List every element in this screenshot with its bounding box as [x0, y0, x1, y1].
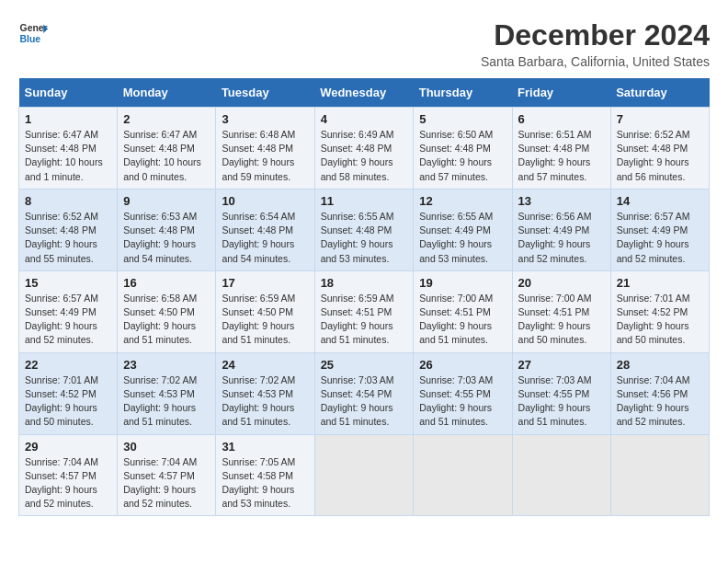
day-info: Sunrise: 6:49 AMSunset: 4:48 PMDaylight:… — [321, 129, 394, 182]
day-number: 26 — [419, 358, 506, 372]
day-info: Sunrise: 6:59 AMSunset: 4:50 PMDaylight:… — [222, 293, 295, 346]
calendar-cell: 16 Sunrise: 6:58 AMSunset: 4:50 PMDaylig… — [118, 270, 216, 352]
day-number: 18 — [321, 276, 408, 290]
calendar-cell — [610, 434, 709, 516]
day-info: Sunrise: 6:55 AMSunset: 4:49 PMDaylight:… — [419, 211, 493, 264]
day-info: Sunrise: 7:03 AMSunset: 4:55 PMDaylight:… — [419, 374, 493, 428]
day-number: 4 — [321, 112, 408, 126]
svg-text:Blue: Blue — [20, 34, 41, 44]
day-number: 12 — [419, 194, 506, 208]
day-number: 2 — [123, 112, 210, 126]
day-info: Sunrise: 6:52 AMSunset: 4:48 PMDaylight:… — [25, 211, 98, 264]
location: Santa Barbara, California, United States — [481, 54, 710, 69]
day-number: 25 — [321, 358, 408, 372]
day-number: 13 — [518, 194, 605, 208]
calendar-cell — [512, 434, 610, 516]
day-info: Sunrise: 7:01 AMSunset: 4:52 PMDaylight:… — [25, 374, 98, 428]
calendar-week-row: 22 Sunrise: 7:01 AMSunset: 4:52 PMDaylig… — [19, 352, 710, 434]
day-info: Sunrise: 6:58 AMSunset: 4:50 PMDaylight:… — [123, 293, 197, 346]
day-number: 28 — [617, 358, 703, 372]
calendar-cell — [314, 434, 414, 516]
calendar-cell: 20 Sunrise: 7:00 AMSunset: 4:51 PMDaylig… — [512, 270, 610, 352]
day-number: 23 — [123, 358, 210, 372]
day-number: 31 — [222, 440, 308, 454]
calendar-cell: 14 Sunrise: 6:57 AMSunset: 4:49 PMDaylig… — [610, 189, 709, 270]
day-number: 8 — [25, 194, 111, 208]
calendar-cell: 6 Sunrise: 6:51 AMSunset: 4:48 PMDayligh… — [512, 108, 610, 190]
calendar-cell: 15 Sunrise: 6:57 AMSunset: 4:49 PMDaylig… — [19, 270, 118, 352]
month-title: December 2024 — [481, 18, 710, 52]
day-info: Sunrise: 7:00 AMSunset: 4:51 PMDaylight:… — [518, 293, 592, 346]
calendar-cell — [414, 434, 512, 516]
day-info: Sunrise: 6:52 AMSunset: 4:48 PMDaylight:… — [617, 129, 690, 182]
calendar-cell: 9 Sunrise: 6:53 AMSunset: 4:48 PMDayligh… — [118, 189, 216, 270]
day-info: Sunrise: 7:03 AMSunset: 4:54 PMDaylight:… — [321, 374, 394, 428]
calendar-week-row: 8 Sunrise: 6:52 AMSunset: 4:48 PMDayligh… — [19, 189, 710, 270]
day-info: Sunrise: 6:57 AMSunset: 4:49 PMDaylight:… — [25, 293, 98, 346]
day-number: 14 — [617, 194, 703, 208]
day-number: 7 — [617, 112, 703, 126]
day-number: 1 — [25, 112, 111, 126]
day-number: 5 — [419, 112, 506, 126]
calendar-cell: 7 Sunrise: 6:52 AMSunset: 4:48 PMDayligh… — [610, 108, 709, 190]
logo: General Blue — [18, 18, 48, 48]
calendar-cell: 8 Sunrise: 6:52 AMSunset: 4:48 PMDayligh… — [19, 189, 118, 270]
day-number: 21 — [617, 276, 703, 290]
calendar-cell: 22 Sunrise: 7:01 AMSunset: 4:52 PMDaylig… — [19, 352, 118, 434]
day-info: Sunrise: 6:56 AMSunset: 4:49 PMDaylight:… — [518, 211, 592, 264]
calendar-week-row: 1 Sunrise: 6:47 AMSunset: 4:48 PMDayligh… — [19, 108, 710, 190]
day-number: 9 — [123, 194, 210, 208]
calendar-cell: 3 Sunrise: 6:48 AMSunset: 4:48 PMDayligh… — [216, 108, 314, 190]
calendar-cell: 23 Sunrise: 7:02 AMSunset: 4:53 PMDaylig… — [118, 352, 216, 434]
day-number: 27 — [518, 358, 605, 372]
day-header-monday: Monday — [118, 78, 216, 108]
day-header-friday: Friday — [512, 78, 610, 108]
calendar-cell: 13 Sunrise: 6:56 AMSunset: 4:49 PMDaylig… — [512, 189, 610, 270]
day-number: 17 — [222, 276, 308, 290]
logo-icon: General Blue — [18, 18, 48, 48]
day-info: Sunrise: 7:01 AMSunset: 4:52 PMDaylight:… — [617, 293, 690, 346]
day-info: Sunrise: 6:47 AMSunset: 4:48 PMDaylight:… — [25, 129, 103, 182]
day-info: Sunrise: 7:02 AMSunset: 4:53 PMDaylight:… — [123, 374, 197, 428]
day-info: Sunrise: 7:04 AMSunset: 4:57 PMDaylight:… — [25, 456, 98, 510]
day-header-tuesday: Tuesday — [216, 78, 314, 108]
day-info: Sunrise: 7:03 AMSunset: 4:55 PMDaylight:… — [518, 374, 592, 428]
calendar-cell: 31 Sunrise: 7:05 AMSunset: 4:58 PMDaylig… — [216, 434, 314, 516]
day-info: Sunrise: 7:05 AMSunset: 4:58 PMDaylight:… — [222, 456, 295, 510]
calendar-week-row: 15 Sunrise: 6:57 AMSunset: 4:49 PMDaylig… — [19, 270, 710, 352]
calendar-cell: 26 Sunrise: 7:03 AMSunset: 4:55 PMDaylig… — [414, 352, 512, 434]
page-header: General Blue December 2024 Santa Barbara… — [18, 18, 710, 69]
day-header-wednesday: Wednesday — [314, 78, 414, 108]
calendar-cell: 21 Sunrise: 7:01 AMSunset: 4:52 PMDaylig… — [610, 270, 709, 352]
day-info: Sunrise: 6:53 AMSunset: 4:48 PMDaylight:… — [123, 211, 197, 264]
calendar-cell: 24 Sunrise: 7:02 AMSunset: 4:53 PMDaylig… — [216, 352, 314, 434]
day-number: 20 — [518, 276, 605, 290]
calendar-cell: 27 Sunrise: 7:03 AMSunset: 4:55 PMDaylig… — [512, 352, 610, 434]
day-number: 15 — [25, 276, 111, 290]
day-number: 22 — [25, 358, 111, 372]
day-number: 3 — [222, 112, 308, 126]
calendar-cell: 11 Sunrise: 6:55 AMSunset: 4:48 PMDaylig… — [314, 189, 414, 270]
day-number: 19 — [419, 276, 506, 290]
day-info: Sunrise: 6:54 AMSunset: 4:48 PMDaylight:… — [222, 211, 295, 264]
day-info: Sunrise: 7:04 AMSunset: 4:56 PMDaylight:… — [617, 374, 690, 428]
day-number: 10 — [222, 194, 308, 208]
day-number: 24 — [222, 358, 308, 372]
day-info: Sunrise: 6:48 AMSunset: 4:48 PMDaylight:… — [222, 129, 295, 182]
calendar-cell: 5 Sunrise: 6:50 AMSunset: 4:48 PMDayligh… — [414, 108, 512, 190]
calendar-cell: 19 Sunrise: 7:00 AMSunset: 4:51 PMDaylig… — [414, 270, 512, 352]
calendar-header-row: SundayMondayTuesdayWednesdayThursdayFrid… — [19, 78, 710, 108]
day-info: Sunrise: 6:51 AMSunset: 4:48 PMDaylight:… — [518, 129, 592, 182]
day-info: Sunrise: 6:50 AMSunset: 4:48 PMDaylight:… — [419, 129, 493, 182]
title-area: December 2024 Santa Barbara, California,… — [481, 18, 710, 69]
calendar-cell: 1 Sunrise: 6:47 AMSunset: 4:48 PMDayligh… — [19, 108, 118, 190]
day-number: 16 — [123, 276, 210, 290]
day-info: Sunrise: 6:57 AMSunset: 4:49 PMDaylight:… — [617, 211, 690, 264]
calendar-cell: 28 Sunrise: 7:04 AMSunset: 4:56 PMDaylig… — [610, 352, 709, 434]
day-info: Sunrise: 6:55 AMSunset: 4:48 PMDaylight:… — [321, 211, 394, 264]
day-number: 6 — [518, 112, 605, 126]
calendar-cell: 10 Sunrise: 6:54 AMSunset: 4:48 PMDaylig… — [216, 189, 314, 270]
day-header-thursday: Thursday — [414, 78, 512, 108]
calendar-cell: 12 Sunrise: 6:55 AMSunset: 4:49 PMDaylig… — [414, 189, 512, 270]
day-info: Sunrise: 6:47 AMSunset: 4:48 PMDaylight:… — [123, 129, 201, 182]
